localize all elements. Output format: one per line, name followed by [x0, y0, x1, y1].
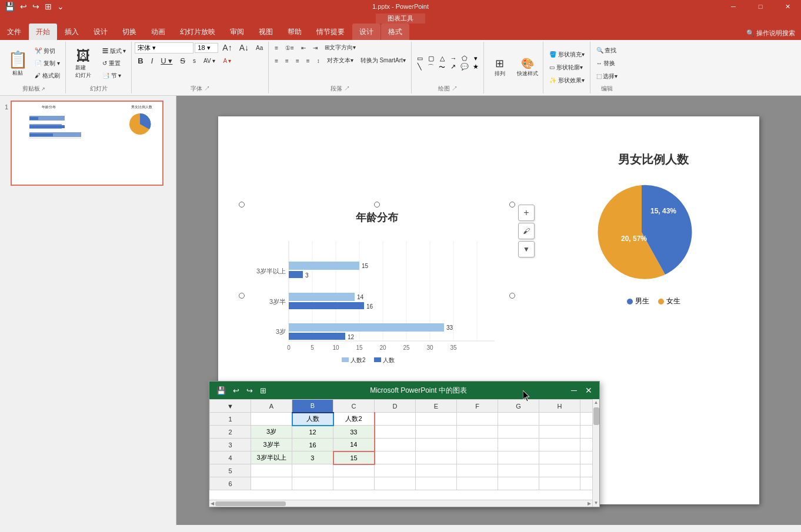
- tab-animations[interactable]: 动画: [144, 24, 172, 40]
- quick-style-btn[interactable]: 🎨快速样式: [515, 51, 540, 83]
- cell-e1[interactable]: [416, 413, 457, 426]
- col-header-f[interactable]: F: [457, 400, 498, 413]
- scroll-right-btn[interactable]: ▶: [586, 501, 592, 506]
- scroll-left-btn[interactable]: ◀: [209, 501, 215, 506]
- decrease-indent-btn[interactable]: ⇤: [298, 42, 309, 53]
- cell-h1[interactable]: [539, 413, 580, 426]
- cell-h2[interactable]: [539, 426, 580, 439]
- shape-round-rect[interactable]: ▢: [426, 55, 436, 62]
- copy-btn[interactable]: 📄 复制 ▾: [32, 58, 63, 69]
- tab-home[interactable]: 开始: [29, 24, 57, 40]
- col-header-d[interactable]: D: [375, 400, 416, 413]
- cell-d6[interactable]: [375, 477, 416, 490]
- handle-mr[interactable]: [509, 293, 515, 299]
- col-header-a[interactable]: A: [251, 400, 292, 413]
- bullet-list-btn[interactable]: ≡: [272, 42, 281, 53]
- tab-help[interactable]: 帮助: [281, 24, 309, 40]
- cut-btn[interactable]: ✂️ 剪切: [32, 45, 63, 57]
- find-btn[interactable]: 🔍 查找: [593, 45, 621, 56]
- paste-btn[interactable]: 📋粘贴: [5, 46, 31, 81]
- cell-b3[interactable]: 16: [292, 439, 333, 451]
- tab-file[interactable]: 文件: [0, 24, 28, 40]
- cell-f1[interactable]: [457, 413, 498, 426]
- cell-a5[interactable]: [251, 464, 292, 477]
- handle-tl[interactable]: [239, 202, 245, 208]
- new-slide-btn[interactable]: 🖼新建幻灯片: [69, 47, 98, 80]
- font-family-select[interactable]: 宋体 ▾: [135, 42, 193, 53]
- scrollbar-thumb-h[interactable]: [215, 501, 286, 506]
- cell-a3[interactable]: 3岁半: [251, 439, 292, 451]
- more-qa-btn[interactable]: ⌄: [55, 1, 66, 12]
- select-btn[interactable]: ⬚ 选择▾: [593, 71, 621, 82]
- shape-rect[interactable]: ▭: [415, 55, 425, 62]
- cell-b4[interactable]: 3: [292, 451, 333, 464]
- line-spacing-btn[interactable]: ↕: [314, 55, 323, 66]
- tab-review[interactable]: 审阅: [223, 24, 251, 40]
- col-header-e[interactable]: E: [416, 400, 457, 413]
- cell-h3[interactable]: [539, 439, 580, 451]
- col-header-h[interactable]: H: [539, 400, 580, 413]
- col-header-g[interactable]: G: [498, 400, 539, 413]
- convert-smartart-btn[interactable]: 转换为 SmartArt▾: [358, 55, 409, 66]
- cell-c2[interactable]: 33: [333, 426, 375, 439]
- tab-transitions[interactable]: 切换: [115, 24, 143, 40]
- col-header-c[interactable]: C: [333, 400, 375, 413]
- cell-c3[interactable]: 14: [333, 439, 375, 451]
- horizontal-scrollbar[interactable]: ◀ ▶: [209, 500, 592, 507]
- cell-b1[interactable]: 人数: [292, 413, 333, 426]
- cell-f5[interactable]: [457, 464, 498, 477]
- scroll-up-btn[interactable]: ▲: [593, 399, 599, 406]
- tab-view[interactable]: 视图: [252, 24, 280, 40]
- minimize-btn[interactable]: ─: [720, 0, 747, 13]
- cell-e6[interactable]: [416, 477, 457, 490]
- cell-f2[interactable]: [457, 426, 498, 439]
- cell-g4[interactable]: [498, 451, 539, 464]
- shadow-btn[interactable]: s: [190, 55, 199, 66]
- chart-filter-btn[interactable]: ▼: [518, 241, 535, 257]
- align-text-btn[interactable]: 对齐文本▾: [324, 55, 356, 66]
- shape-triangle[interactable]: △: [437, 55, 448, 62]
- layout-btn[interactable]: ☰ 版式 ▾: [99, 45, 129, 57]
- cell-f6[interactable]: [457, 477, 498, 490]
- shape-arrow[interactable]: →: [448, 55, 459, 62]
- handle-ml[interactable]: [239, 293, 245, 299]
- chart-add-element-btn[interactable]: +: [518, 205, 535, 221]
- cell-a2[interactable]: 3岁: [251, 426, 292, 439]
- cell-c4[interactable]: 15: [333, 451, 375, 464]
- cell-g5[interactable]: [498, 464, 539, 477]
- align-center-btn[interactable]: ≡: [282, 55, 292, 66]
- cell-d4[interactable]: [375, 451, 416, 464]
- shape-fill-btn[interactable]: 🪣 形状填充▾: [546, 49, 588, 61]
- cell-c6[interactable]: [333, 477, 375, 490]
- tab-chart-format[interactable]: 格式: [381, 24, 409, 40]
- bold-btn[interactable]: B: [135, 55, 146, 66]
- replace-btn[interactable]: ↔ 替换: [593, 58, 621, 69]
- handle-tm[interactable]: [374, 202, 380, 208]
- search-box[interactable]: 🔍 操作说明搜索: [746, 29, 795, 38]
- cell-a4[interactable]: 3岁半以上: [251, 451, 292, 464]
- cell-d2[interactable]: [375, 426, 416, 439]
- handle-tr[interactable]: [509, 202, 515, 208]
- cell-e3[interactable]: [416, 439, 457, 451]
- increase-indent-btn[interactable]: ⇥: [310, 42, 321, 53]
- modal-grid-btn[interactable]: ⊞: [258, 385, 269, 396]
- decrease-font-btn[interactable]: A↓: [236, 42, 252, 53]
- tab-chart-design[interactable]: 设计: [352, 24, 381, 40]
- format-painter-btn[interactable]: 🖌 格式刷: [32, 70, 63, 82]
- text-direction-btn[interactable]: ⊞文字方向▾: [322, 42, 359, 53]
- italic-btn[interactable]: I: [148, 55, 156, 66]
- cell-f3[interactable]: [457, 439, 498, 451]
- shape-freeform[interactable]: 〜: [437, 63, 448, 72]
- col-header-b[interactable]: B: [292, 400, 333, 413]
- cell-g2[interactable]: [498, 426, 539, 439]
- bar-chart-selection[interactable]: + 🖌 ▼ 年龄分布: [242, 205, 512, 387]
- tab-slideshow[interactable]: 幻灯片放映: [173, 24, 222, 40]
- increase-font-btn[interactable]: A↑: [219, 42, 235, 53]
- scroll-down-btn[interactable]: ▼: [593, 500, 599, 507]
- shape-outline-btn[interactable]: ▭ 形状轮廓▾: [546, 62, 588, 73]
- cell-d5[interactable]: [375, 464, 416, 477]
- cell-h5[interactable]: [539, 464, 580, 477]
- shape-curve[interactable]: ⌒: [426, 63, 436, 72]
- chart-style-btn[interactable]: 🖌: [518, 223, 535, 239]
- tab-insert[interactable]: 插入: [58, 24, 86, 40]
